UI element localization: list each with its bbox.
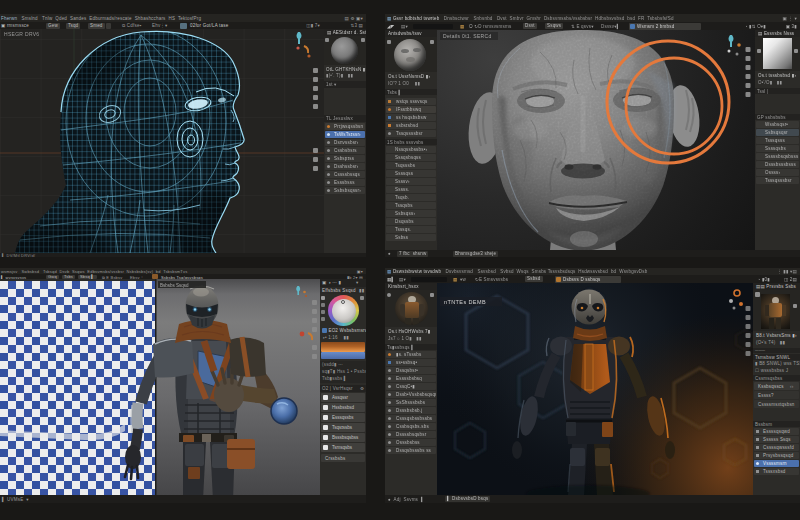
svg-text:nTNTEs DEMB: nTNTEs DEMB [444, 299, 486, 305]
svg-text:Bsbsbs Ssqsd: Bsbsbs Ssqsd [160, 283, 189, 288]
svg-text:HSEGR DRV6: HSEGR DRV6 [4, 31, 39, 37]
svg-text:Details 0t1. SERCd: Details 0t1. SERCd [443, 33, 491, 39]
